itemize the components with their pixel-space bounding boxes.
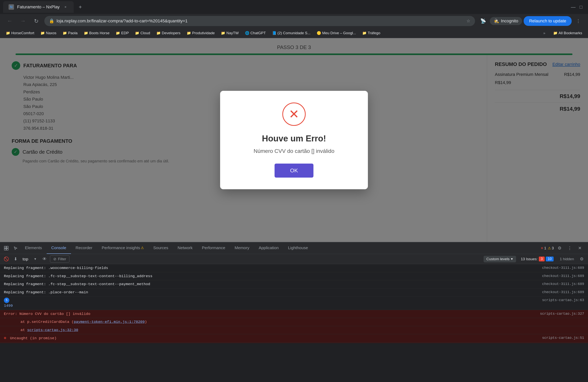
maximize-button[interactable]: □: [577, 3, 585, 11]
context-dropdown-button[interactable]: ▼: [31, 255, 39, 263]
webpage: PASSO 3 DE 3 ✓ FATURAMENTO PARA Vic: [0, 38, 588, 242]
bookmark-naytw[interactable]: 📁 NayTW: [218, 30, 241, 36]
filter-label: Filter: [58, 257, 66, 261]
tab-network[interactable]: Network: [173, 242, 197, 254]
cast-icon[interactable]: 📡: [478, 16, 488, 26]
console-line-text: 5 1499: [4, 297, 538, 309]
devtools-more-button[interactable]: ⋮: [566, 244, 574, 253]
filter-input[interactable]: ⊘ Filter: [50, 255, 69, 263]
bookmark-cloud[interactable]: 📁 Cloud: [132, 30, 153, 36]
console-line-source[interactable]: checkout-3111.js:689: [538, 274, 584, 279]
clear-console-button[interactable]: 🚫: [2, 255, 10, 263]
bookmark-all-bookmarks[interactable]: 📁 All Bookmarks: [550, 30, 585, 36]
bookmark-label: »: [543, 31, 546, 35]
console-line: Replacing fragment: .woocommerce-billing…: [0, 264, 588, 272]
browser-window: N Faturamento – NxPlay × + — □ ← → ↻ 🔒 l…: [0, 0, 588, 343]
tab-performance-insights[interactable]: Performance insights ⚠: [97, 242, 148, 254]
bookmark-folder-icon: 📁: [135, 31, 139, 35]
bookmark-folder-icon: 📁: [553, 31, 557, 35]
console-line: Replacing fragment: .fc-step__substep-te…: [0, 280, 588, 288]
console-uncaught-text: ⊗ Uncaught (in promise): [4, 335, 538, 341]
bookmark-favicon-icon: 🟡: [317, 31, 321, 35]
devtools-inspect-button[interactable]: [1, 244, 11, 253]
bookmark-edp[interactable]: 📁 EDP: [113, 30, 131, 36]
bookmark-naxos[interactable]: 📁 Naxos: [38, 30, 59, 36]
address-bar: ← → ↻ 🔒 loja.nxplay.com.br/finalizar-com…: [0, 14, 588, 28]
active-tab[interactable]: N Faturamento – NxPlay ×: [3, 1, 74, 13]
more-button[interactable]: ⋮: [573, 16, 583, 26]
console-line-source[interactable]: checkout-3111.js:689: [538, 290, 584, 295]
bookmarks-overflow-button[interactable]: »: [541, 30, 548, 36]
bookmark-trafego[interactable]: 📁 Tráfego: [359, 30, 383, 36]
bookmark-folder-icon: 📁: [6, 31, 10, 35]
url-text: loja.nxplay.com.br/finalizar-compra/?add…: [57, 19, 464, 23]
new-tab-button[interactable]: +: [75, 2, 85, 12]
console-error-link-text: at scripts-cartao.js:32:30: [12, 327, 580, 333]
bookmark-boots-horse[interactable]: 📁 Boots Horse: [81, 30, 112, 36]
scripts-cartao-link-1[interactable]: scripts-cartao.js:32:30: [27, 328, 78, 332]
context-selector-label: top: [21, 257, 30, 261]
tab-end-controls: — □: [87, 3, 585, 11]
console-line-error-detail: at p.setCreditCardData (payment-token-ef…: [0, 318, 588, 326]
bookmark-paola[interactable]: 📁 Paola: [60, 30, 80, 36]
tab-close-button[interactable]: ×: [63, 4, 68, 10]
tab-performance[interactable]: Performance: [197, 242, 230, 254]
console-line-source[interactable]: scripts-cartao.js:63: [538, 297, 584, 303]
tab-lighthouse[interactable]: Lighthouse: [283, 242, 313, 254]
console-line-source[interactable]: checkout-3111.js:689: [538, 281, 584, 287]
payment-token-link[interactable]: payment-token-efi.min.js:1:70209: [74, 320, 145, 324]
relaunch-button[interactable]: Relaunch to update: [524, 16, 572, 26]
console-output[interactable]: Replacing fragment: .woocommerce-billing…: [0, 264, 588, 343]
console-link[interactable]: 1499: [4, 304, 13, 308]
bookmark-label: Cloud: [140, 31, 150, 35]
bookmark-folder-icon: 📁: [156, 31, 161, 35]
bookmark-label: Meu Drive – Googl...: [322, 31, 356, 35]
tab-title: Faturamento – NxPlay: [17, 4, 60, 10]
console-line-text: Replacing fragment: .woocommerce-billing…: [4, 265, 538, 271]
bookmark-favicon-icon: 🌐: [245, 31, 249, 35]
devtools-console-toolbar: 🚫 ⬇ top ▼ 👁 ⊘ Filter Custom levels ▼ 13 …: [0, 254, 588, 264]
modal-title: Houve um Erro!: [236, 134, 352, 143]
url-bar[interactable]: 🔒 loja.nxplay.com.br/finalizar-compra/?a…: [44, 16, 475, 26]
bookmark-horsecomfort[interactable]: 📁 HorseComfort: [3, 30, 37, 36]
incognito-label: Incognito: [501, 19, 518, 23]
tab-elements[interactable]: Elements: [20, 242, 47, 254]
bookmark-folder-icon: 📁: [63, 31, 67, 35]
minimize-button[interactable]: —: [569, 3, 577, 11]
tab-console[interactable]: Console: [47, 242, 71, 254]
modal-ok-button[interactable]: OK: [274, 164, 314, 178]
devtools-close-button[interactable]: ✕: [576, 244, 584, 253]
reload-button[interactable]: ↻: [31, 16, 41, 26]
bookmark-produtividade[interactable]: 📁 Produtividade: [184, 30, 217, 36]
modal-overlay[interactable]: ✕ Houve um Erro! Número CVV do cartão []…: [0, 38, 588, 242]
bookmark-developers[interactable]: 📁 Developers: [154, 30, 183, 36]
repeat-count: 5: [4, 297, 9, 303]
hidden-count: 1 hidden: [558, 257, 576, 261]
bookmark-comunidade[interactable]: 📘 (2) Comunidade S...: [269, 30, 313, 36]
devtools-settings-button[interactable]: ⚙: [555, 244, 564, 253]
issues-warning-badge: 10: [546, 256, 554, 261]
console-line-source[interactable]: checkout-3111.js:689: [538, 265, 584, 271]
console-line-source[interactable]: scripts-cartao.js:327: [536, 311, 584, 317]
incognito-indicator: 🕵 Incognito: [490, 17, 522, 25]
tab-recorder[interactable]: Recorder: [71, 242, 97, 254]
devtools-select-element-button[interactable]: [11, 244, 20, 253]
performance-insights-warning-icon: ⚠: [141, 246, 144, 250]
devtools-panel: Elements Console Recorder Performance in…: [0, 242, 588, 343]
back-button[interactable]: ←: [5, 16, 15, 26]
toggle-filter-button[interactable]: ⬇: [12, 255, 20, 263]
console-line-source[interactable]: scripts-cartao.js:51: [538, 335, 584, 340]
svg-rect-2: [4, 248, 6, 250]
tab-sources[interactable]: Sources: [148, 242, 173, 254]
console-settings-button[interactable]: ⚙: [578, 255, 586, 263]
tab-memory[interactable]: Memory: [230, 242, 254, 254]
bookmark-chatgpt[interactable]: 🌐 ChatGPT: [242, 30, 269, 36]
bookmark-meu-drive[interactable]: 🟡 Meu Drive – Googl...: [314, 30, 359, 36]
devtools-tabs: Elements Console Recorder Performance in…: [0, 242, 588, 254]
custom-levels-dropdown[interactable]: Custom levels ▼: [483, 256, 516, 262]
tab-application[interactable]: Application: [254, 242, 283, 254]
forward-button[interactable]: →: [18, 16, 28, 26]
bookmarks-bar: 📁 HorseComfort 📁 Naxos 📁 Paola 📁 Boots H…: [0, 28, 588, 38]
bookmark-icon[interactable]: ☆: [466, 19, 470, 23]
toggle-sidebar-button[interactable]: 👁: [41, 255, 48, 263]
